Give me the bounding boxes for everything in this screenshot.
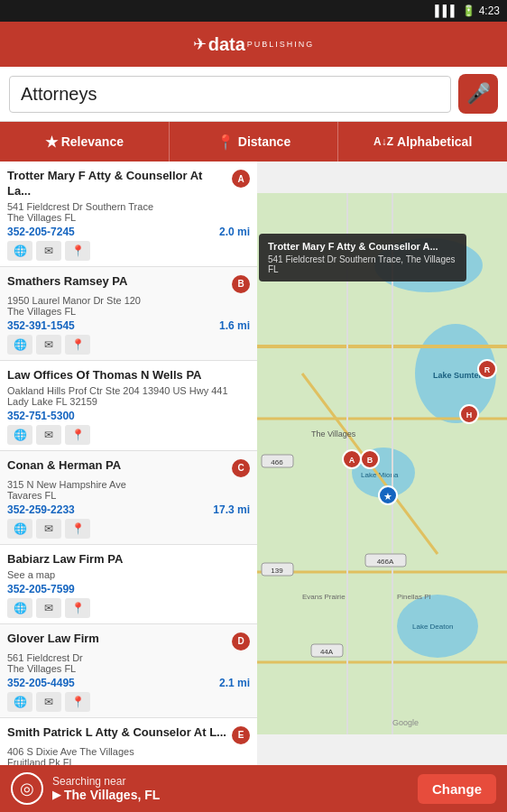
- item-phone[interactable]: 352-259-2233: [7, 503, 75, 516]
- map-icon-btn[interactable]: 📍: [65, 425, 90, 445]
- item-icons: 🌐 ✉ 📍: [7, 335, 250, 355]
- list-item[interactable]: Babiarz Law Firm PA See a map 352-205-75…: [0, 545, 257, 624]
- location-button[interactable]: ◎: [11, 772, 43, 805]
- svg-text:A: A: [349, 456, 355, 465]
- item-icons: 🌐 ✉ 📍: [7, 598, 250, 618]
- map-icon-btn[interactable]: 📍: [65, 598, 90, 618]
- item-phone[interactable]: 352-391-1545: [7, 319, 75, 332]
- item-header: Smith Patrick L Atty & Counselor At L...…: [7, 725, 250, 744]
- logo-subtitle: PUBLISHING: [247, 40, 315, 49]
- mail-icon-btn[interactable]: ✉: [36, 241, 61, 261]
- svg-text:Lake Sumter: Lake Sumter: [433, 371, 483, 380]
- item-bottom: 352-205-7599: [7, 583, 250, 595]
- svg-text:B: B: [367, 456, 373, 465]
- item-address: Oakland Hills Prof Ctr Ste 204 13940 US …: [7, 385, 250, 396]
- change-button[interactable]: Change: [418, 774, 496, 804]
- tab-alphabetical[interactable]: A↓Z Alphabetical: [338, 122, 507, 161]
- item-phone[interactable]: 352-205-4495: [7, 677, 75, 689]
- searching-label: Searching near: [52, 775, 409, 788]
- arrow-icon: ▶: [52, 789, 60, 801]
- mic-icon: 🎤: [466, 82, 491, 106]
- item-name: Conan & Herman PA: [7, 458, 232, 474]
- map-icon-btn[interactable]: 📍: [65, 241, 90, 261]
- search-bar: 🎤: [0, 67, 507, 122]
- item-distance: 2.0 mi: [219, 226, 250, 238]
- item-bottom: 352-751-5300: [7, 410, 250, 422]
- item-address: 1950 Laurel Manor Dr Ste 120: [7, 295, 250, 306]
- item-city: The Villages FL: [7, 663, 250, 674]
- item-badge: A: [232, 170, 250, 188]
- item-city: The Villages FL: [7, 306, 250, 317]
- item-phone[interactable]: 352-205-7245: [7, 226, 75, 238]
- signal-icon: ▌▌▌: [435, 5, 458, 17]
- globe-icon-btn[interactable]: 🌐: [7, 692, 32, 712]
- tooltip-title: Trotter Mary F Atty & Counsellor A...: [268, 241, 457, 252]
- item-badge: B: [232, 275, 250, 293]
- item-name: Glover Law Firm: [7, 632, 232, 647]
- list-item[interactable]: Law Offices Of Thomas N Wells PA Oakland…: [0, 361, 257, 451]
- az-icon: A↓Z: [373, 135, 393, 148]
- time-display: 4:23: [479, 5, 500, 17]
- globe-icon-btn[interactable]: 🌐: [7, 335, 32, 355]
- mail-icon-btn[interactable]: ✉: [36, 335, 61, 355]
- item-distance: 17.3 mi: [213, 503, 250, 516]
- filter-tabs: ★ Relevance 📍 Distance A↓Z Alphabetical: [0, 122, 507, 161]
- mail-icon-btn[interactable]: ✉: [36, 519, 61, 539]
- item-header: Glover Law Firm D: [7, 632, 250, 651]
- item-phone[interactable]: 352-205-7599: [7, 583, 75, 595]
- tab-relevance[interactable]: ★ Relevance: [0, 122, 170, 161]
- status-bar: ▌▌▌ 🔋 4:23: [0, 0, 507, 22]
- svg-text:H: H: [466, 411, 473, 420]
- map-panel[interactable]: Lake Sumter Lake Miona Lake Deaton 466 1…: [257, 161, 507, 766]
- item-city: Lady Lake FL 32159: [7, 396, 250, 407]
- item-city: The Villages FL: [7, 212, 250, 223]
- bottom-location-text: Searching near ▶ The Villages, FL: [52, 775, 409, 802]
- mic-button[interactable]: 🎤: [458, 74, 498, 114]
- tab-distance[interactable]: 📍 Distance: [170, 122, 339, 161]
- item-name: Smith Patrick L Atty & Counselor At L...: [7, 725, 232, 741]
- mail-icon-btn[interactable]: ✉: [36, 692, 61, 712]
- item-name: Smathers Ramsey PA: [7, 274, 232, 290]
- list-item[interactable]: Conan & Herman PA C 315 N New Hampshire …: [0, 451, 257, 545]
- globe-icon-btn[interactable]: 🌐: [7, 425, 32, 445]
- map-icon-btn[interactable]: 📍: [65, 335, 90, 355]
- item-bottom: 352-259-2233 17.3 mi: [7, 503, 250, 516]
- bottom-bar: ◎ Searching near ▶ The Villages, FL Chan…: [0, 765, 507, 812]
- location-name: ▶ The Villages, FL: [52, 788, 409, 802]
- battery-icon: 🔋: [462, 5, 475, 17]
- svg-text:★: ★: [383, 491, 392, 502]
- list-item[interactable]: Glover Law Firm D 561 Fieldcrest Dr The …: [0, 624, 257, 718]
- app-header: ✈ data PUBLISHING: [0, 22, 507, 67]
- item-name: Babiarz Law Firm PA: [7, 552, 250, 567]
- map-icon-btn[interactable]: 📍: [65, 692, 90, 712]
- location-icon: 📍: [217, 134, 235, 151]
- search-input[interactable]: [9, 76, 451, 113]
- item-badge: E: [232, 726, 250, 744]
- item-address: 315 N New Hampshire Ave: [7, 479, 250, 490]
- svg-text:Google: Google: [392, 718, 419, 727]
- logo-arrow-icon: ✈: [193, 34, 207, 54]
- compass-icon: ◎: [20, 779, 34, 798]
- main-content: Trotter Mary F Atty & Counsellor At La..…: [0, 161, 507, 766]
- item-icons: 🌐 ✉ 📍: [7, 425, 250, 445]
- status-icons: ▌▌▌ 🔋 4:23: [435, 5, 500, 17]
- globe-icon-btn[interactable]: 🌐: [7, 598, 32, 618]
- item-phone[interactable]: 352-751-5300: [7, 410, 75, 422]
- list-item[interactable]: Trotter Mary F Atty & Counsellor At La..…: [0, 161, 257, 267]
- list-item[interactable]: Smith Patrick L Atty & Counselor At L...…: [0, 718, 257, 766]
- item-name: Trotter Mary F Atty & Counsellor At La..…: [7, 169, 232, 199]
- map-icon-btn[interactable]: 📍: [65, 519, 90, 539]
- list-item[interactable]: Smathers Ramsey PA B 1950 Laurel Manor D…: [0, 267, 257, 361]
- item-icons: 🌐 ✉ 📍: [7, 241, 250, 261]
- logo-text: data: [208, 34, 245, 55]
- mail-icon-btn[interactable]: ✉: [36, 598, 61, 618]
- svg-text:R: R: [484, 365, 491, 374]
- svg-text:Evans Prairie: Evans Prairie: [302, 593, 346, 601]
- item-distance: 1.6 mi: [219, 319, 250, 332]
- globe-icon-btn[interactable]: 🌐: [7, 241, 32, 261]
- globe-icon-btn[interactable]: 🌐: [7, 519, 32, 539]
- tooltip-address: 541 Fieldcrest Dr Southern Trace, The Vi…: [268, 254, 457, 274]
- svg-text:139: 139: [271, 567, 283, 575]
- item-bottom: 352-205-4495 2.1 mi: [7, 677, 250, 689]
- mail-icon-btn[interactable]: ✉: [36, 425, 61, 445]
